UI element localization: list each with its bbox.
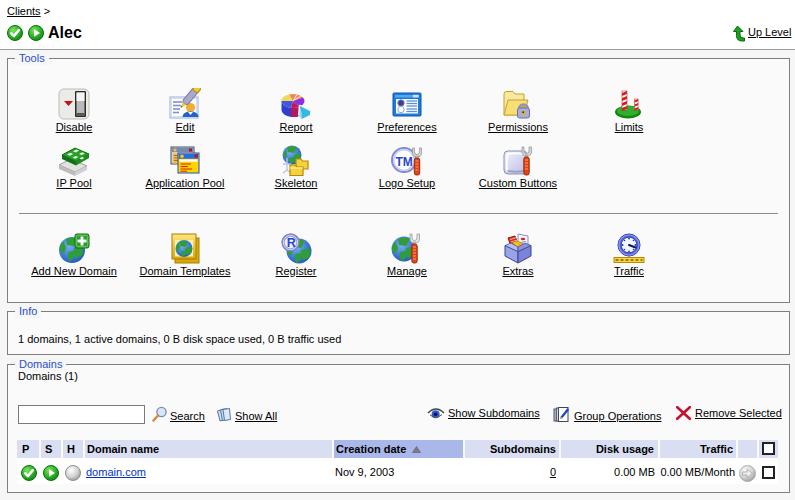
svg-text:R: R — [287, 236, 296, 250]
svg-text:TM: TM — [396, 155, 413, 169]
